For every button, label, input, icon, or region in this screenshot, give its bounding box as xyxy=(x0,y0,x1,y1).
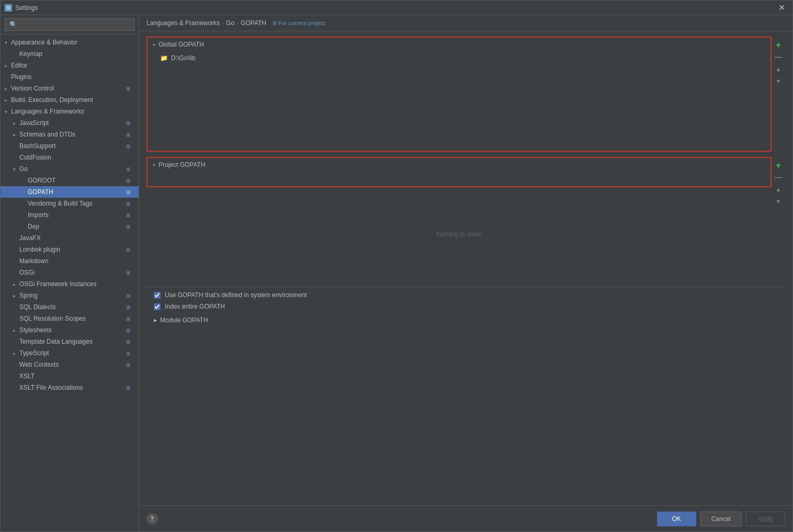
sidebar-item-label: Lombok plugin xyxy=(19,246,124,253)
content-area: ▾ Global GOPATH 📁 D:\Go\lib xyxy=(139,31,792,505)
index-gopath-checkbox[interactable] xyxy=(154,303,161,310)
sidebar-item-label: Spring xyxy=(19,292,124,299)
breadcrumb-sep-1: › xyxy=(222,19,224,27)
breadcrumb-item-1: Languages & Frameworks xyxy=(146,19,220,27)
settings-page-icon: ⊞ xyxy=(124,165,132,173)
help-button[interactable]: ? xyxy=(146,513,158,525)
sidebar-item-javafx[interactable]: JavaFX xyxy=(1,232,139,244)
module-gopath-row[interactable]: ▸ Module GOPATH xyxy=(154,314,778,326)
sidebar-item-label: Languages & Frameworks xyxy=(11,108,134,115)
sidebar-item-sql-dialects[interactable]: SQL Dialects ⊞ xyxy=(1,301,139,313)
search-input[interactable] xyxy=(5,18,134,31)
settings-page-icon: ⊞ xyxy=(124,337,132,346)
main-content: Appearance & Behavior Keymap Editor Plug… xyxy=(1,15,792,531)
sidebar-item-web-contexts[interactable]: Web Contexts ⊞ xyxy=(1,359,139,370)
sidebar-item-goroot[interactable]: GOROOT ⊞ xyxy=(1,175,139,186)
use-gopath-checkbox[interactable] xyxy=(154,292,161,299)
settings-page-icon: ⊞ xyxy=(124,188,132,196)
sidebar-item-osgi[interactable]: OSGi ⊞ xyxy=(1,267,139,278)
sidebar-item-coldfusion[interactable]: ColdFusion xyxy=(1,152,139,163)
sidebar-item-spring[interactable]: Spring ⊞ xyxy=(1,290,139,301)
search-box xyxy=(1,15,139,35)
sidebar-item-appearance[interactable]: Appearance & Behavior xyxy=(1,37,139,48)
settings-page-icon: ⊞ xyxy=(124,245,132,254)
global-gopath-section: ▾ Global GOPATH 📁 D:\Go\lib xyxy=(146,37,772,152)
sidebar-item-editor[interactable]: Editor xyxy=(1,60,139,71)
settings-page-icon: ⊞ xyxy=(124,303,132,311)
sidebar-item-version-control[interactable]: Version Control ⊞ xyxy=(1,83,139,94)
breadcrumb-current: GOPATH xyxy=(241,19,266,27)
sidebar-item-languages[interactable]: Languages & Frameworks xyxy=(1,106,139,117)
title-bar: ⚙ Settings ✕ xyxy=(1,1,792,15)
global-gopath-section-col: ▾ Global GOPATH 📁 D:\Go\lib xyxy=(146,37,772,152)
add-project-path-button[interactable]: + xyxy=(773,160,784,171)
sidebar-item-template-data[interactable]: Template Data Languages ⊞ xyxy=(1,336,139,347)
sidebar-item-plugins[interactable]: Plugins xyxy=(1,71,139,83)
sidebar-item-lombok[interactable]: Lombok plugin ⊞ xyxy=(1,244,139,255)
sidebar-item-typescript[interactable]: TypeScript ⊞ xyxy=(1,347,139,359)
move-down-global-button[interactable]: ▼ xyxy=(773,76,784,86)
settings-window: ⚙ Settings ✕ Appearance & Behavior Keyma… xyxy=(0,0,793,532)
close-button[interactable]: ✕ xyxy=(775,3,788,13)
project-gopath-wrapper: ▾ Project GOPATH Nothing to show xyxy=(146,157,785,281)
expand-arrow xyxy=(13,120,19,126)
window-title: Settings xyxy=(15,4,38,12)
sidebar-item-stylesheets[interactable]: Stylesheets ⊞ xyxy=(1,324,139,336)
expand-arrow xyxy=(5,40,11,46)
sidebar-item-dep[interactable]: Dep ⊞ xyxy=(1,221,139,232)
settings-page-icon: ⊞ xyxy=(124,119,132,127)
sidebar-item-label: OSGi Framework Instances xyxy=(19,280,134,288)
use-gopath-checkbox-row: Use GOPATH that's defined in system envi… xyxy=(154,291,778,299)
sidebar-item-label: Dep xyxy=(28,223,124,230)
sidebar-item-label: XSLT xyxy=(19,372,134,380)
project-icon: ⊞ xyxy=(273,20,277,26)
sidebar-item-label: OSGi xyxy=(19,269,124,276)
bottom-bar: ? OK Cancel Apply xyxy=(139,505,792,531)
global-gopath-header[interactable]: ▾ Global GOPATH xyxy=(148,38,771,51)
expand-arrow xyxy=(5,109,11,115)
settings-page-icon: ⊞ xyxy=(124,84,132,93)
title-bar-left: ⚙ Settings xyxy=(5,4,38,12)
sidebar-item-schemas[interactable]: Schemas and DTDs ⊞ xyxy=(1,129,139,140)
breadcrumb-sep-2: › xyxy=(236,19,239,27)
project-gopath-section: ▾ Project GOPATH xyxy=(146,157,772,187)
ok-button[interactable]: OK xyxy=(657,512,696,526)
expand-arrow xyxy=(5,86,11,92)
sidebar-item-build-exec[interactable]: Build, Execution, Deployment xyxy=(1,94,139,106)
right-panel: Languages & Frameworks › Go › GOPATH ⊞ F… xyxy=(139,15,792,531)
breadcrumb-project: ⊞ For current project xyxy=(273,20,325,26)
sidebar-item-vendoring[interactable]: Vendoring & Build Tags ⊞ xyxy=(1,198,139,209)
expand-arrow xyxy=(5,63,11,69)
sidebar-item-bashsupport[interactable]: BashSupport ⊞ xyxy=(1,140,139,152)
breadcrumb-project-label: For current project xyxy=(278,20,325,26)
project-gopath-title: Project GOPATH xyxy=(158,161,206,168)
move-up-project-button[interactable]: ▲ xyxy=(773,184,784,195)
move-up-global-button[interactable]: ▲ xyxy=(773,64,784,74)
sidebar-item-imports[interactable]: Imports ⊞ xyxy=(1,209,139,221)
sidebar: Appearance & Behavior Keymap Editor Plug… xyxy=(1,15,139,531)
folder-icon: 📁 xyxy=(160,54,168,62)
section-arrow: ▾ xyxy=(153,162,155,168)
sidebar-item-markdown[interactable]: Markdown xyxy=(1,255,139,267)
sidebar-item-xslt[interactable]: XSLT xyxy=(1,370,139,382)
add-global-path-button[interactable]: + xyxy=(773,40,784,50)
apply-button[interactable]: Apply xyxy=(746,512,785,526)
move-down-project-button[interactable]: ▼ xyxy=(773,196,784,207)
sidebar-item-label: Markdown xyxy=(19,257,134,265)
path-value: D:\Go\lib xyxy=(171,54,196,62)
sidebar-item-keymap[interactable]: Keymap xyxy=(1,48,139,60)
cancel-button[interactable]: Cancel xyxy=(700,512,742,526)
sidebar-item-go[interactable]: Go ⊞ xyxy=(1,163,139,175)
checkboxes-area: Use GOPATH that's defined in system envi… xyxy=(146,287,785,330)
sidebar-item-sql-resolution[interactable]: SQL Resolution Scopes ⊞ xyxy=(1,313,139,324)
sidebar-item-label: Keymap xyxy=(19,50,134,58)
sidebar-item-osgi-framework[interactable]: OSGi Framework Instances xyxy=(1,278,139,290)
sidebar-item-gopath[interactable]: GOPATH ⊞ xyxy=(1,186,139,198)
sidebar-item-label: TypeScript xyxy=(19,349,124,357)
remove-project-path-button[interactable]: — xyxy=(773,172,784,183)
project-gopath-header[interactable]: ▾ Project GOPATH xyxy=(148,158,771,172)
sidebar-item-javascript[interactable]: JavaScript ⊞ xyxy=(1,117,139,129)
sidebar-item-xslt-file[interactable]: XSLT File Associations ⊞ xyxy=(1,382,139,393)
remove-global-path-button[interactable]: — xyxy=(773,52,784,62)
sidebar-item-label: Build, Execution, Deployment xyxy=(11,96,134,104)
